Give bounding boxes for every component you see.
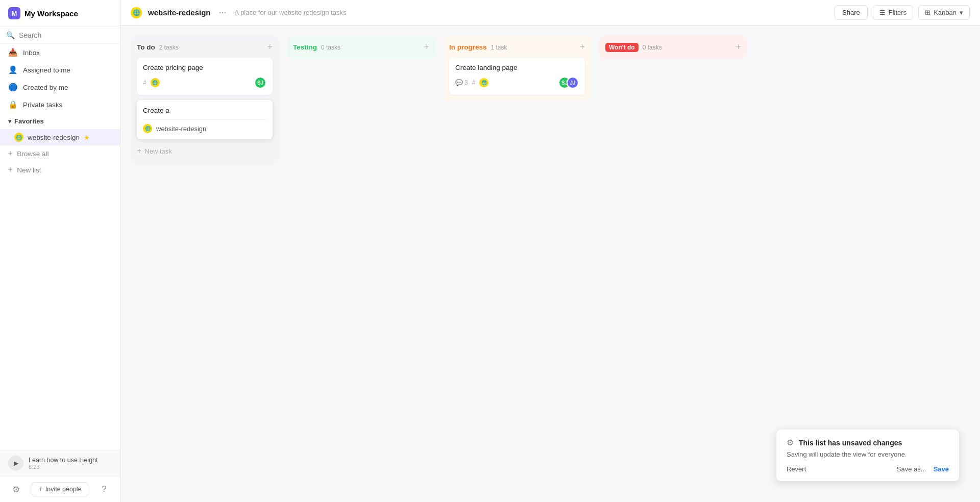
filters-icon: ☰	[879, 9, 886, 16]
search-label: Search	[19, 31, 41, 39]
col-count-inprogress: 1 task	[491, 44, 507, 51]
inbox-icon: 📥	[8, 48, 18, 57]
learn-height-item[interactable]: ▶ Learn how to use Height 6:23	[0, 450, 120, 476]
person-circle-icon: 🔵	[8, 83, 18, 92]
col-title-todo: To do	[137, 43, 155, 51]
share-button[interactable]: Share	[835, 5, 868, 20]
sidebar-item-assigned-label: Assigned to me	[23, 66, 70, 74]
toast-header: ⚙ This list has unsaved changes	[787, 438, 949, 447]
col-count-todo: 2 tasks	[159, 44, 179, 51]
col-badge-wontdo: Won't do	[605, 43, 639, 52]
browse-all-button[interactable]: + Browse all	[0, 145, 120, 162]
new-task-input[interactable]	[143, 107, 266, 114]
col-add-wontdo[interactable]: +	[736, 42, 741, 53]
sidebar-item-created-label: Created by me	[23, 84, 68, 91]
star-icon: ★	[84, 134, 90, 141]
main-content: 🌐 website-redesign ··· A place for our w…	[120, 0, 980, 502]
search-icon: 🔍	[6, 31, 15, 39]
sidebar-item-created[interactable]: 🔵 Created by me	[0, 79, 120, 96]
toast-title: This list has unsaved changes	[799, 439, 902, 447]
lock-icon: 🔒	[8, 100, 18, 109]
person-icon: 👤	[8, 65, 18, 74]
task-title-pricing: Create pricing page	[143, 64, 266, 71]
task-avatars-pricing: SJ	[254, 77, 266, 89]
sidebar-item-inbox-label: Inbox	[23, 49, 40, 57]
workspace-name: My Workspace	[24, 9, 78, 18]
topbar-actions: Share ☰ Filters ⊞ Kanban ▾	[835, 5, 970, 20]
column-inprogress: In progress 1 task + Create landing page…	[443, 36, 591, 101]
chevron-down-icon: ▾	[8, 118, 11, 125]
toast-actions: Revert Save as... Save	[787, 465, 949, 473]
workspace-header[interactable]: M My Workspace	[0, 0, 120, 27]
favorites-section[interactable]: ▾ Favorites	[0, 113, 120, 129]
learn-time: 6:23	[29, 464, 98, 470]
col-add-testing[interactable]: +	[423, 42, 429, 53]
col-header-wontdo: Won't do 0 tasks +	[605, 42, 741, 53]
task-card-landing[interactable]: Create landing page 💬 3 # 🌐 SJ JJ	[449, 58, 585, 95]
toast-save-button[interactable]: Save	[934, 465, 949, 473]
col-add-todo[interactable]: +	[267, 42, 273, 53]
topbar-title: website-redesign	[148, 8, 211, 17]
list-icon: 🌐	[14, 133, 23, 142]
avatar-jj-landing: JJ	[567, 77, 579, 89]
col-title-testing: Testing	[293, 43, 317, 51]
new-task-row[interactable]: + New task	[137, 144, 273, 158]
new-task-icon: +	[137, 146, 141, 156]
col-header-inprogress: In progress 1 task +	[449, 42, 585, 53]
kanban-button[interactable]: ⊞ Kanban ▾	[918, 5, 970, 20]
new-task-label: New task	[144, 147, 172, 155]
avatar-sj: SJ	[254, 77, 266, 89]
sidebar-footer: ⚙ + Invite people ?	[0, 476, 120, 502]
column-wontdo: Won't do 0 tasks +	[599, 36, 747, 59]
favorites-label: Favorites	[14, 117, 44, 125]
col-count-wontdo: 0 tasks	[643, 44, 662, 51]
col-header-testing: Testing 0 tasks +	[293, 42, 429, 53]
sidebar-item-inbox[interactable]: 📥 Inbox	[0, 44, 120, 61]
list-badge-pricing: 🌐	[151, 78, 160, 87]
col-add-inprogress[interactable]: +	[579, 42, 585, 53]
topbar: 🌐 website-redesign ··· A place for our w…	[120, 0, 980, 26]
kanban-icon: ⊞	[925, 9, 930, 16]
sidebar: M My Workspace 🔍 Search 📥 Inbox 👤 Assign…	[0, 0, 120, 502]
search-button[interactable]: 🔍 Search	[0, 27, 120, 44]
list-badge-landing: 🌐	[479, 78, 488, 87]
sidebar-bottom: ▶ Learn how to use Height 6:23 ⚙ + Invit…	[0, 450, 120, 502]
comment-icon: 💬	[455, 79, 463, 86]
task-title-landing: Create landing page	[455, 64, 579, 71]
task-meta-landing: 💬 3 # 🌐 SJ JJ	[455, 77, 579, 89]
play-icon: ▶	[8, 456, 23, 471]
topbar-description: A place for our website redesign tasks	[235, 9, 347, 16]
col-count-testing: 0 tasks	[321, 44, 340, 51]
unsaved-changes-toast: ⚙ This list has unsaved changes Saving w…	[776, 429, 960, 482]
sidebar-item-private[interactable]: 🔒 Private tasks	[0, 96, 120, 113]
filters-button[interactable]: ☰ Filters	[873, 5, 913, 20]
settings-icon[interactable]: ⚙	[8, 482, 23, 497]
kanban-label: Kanban	[934, 9, 957, 16]
toast-description: Saving will update the view for everyone…	[787, 450, 949, 458]
sidebar-item-assigned[interactable]: 👤 Assigned to me	[0, 61, 120, 79]
task-card-pricing[interactable]: Create pricing page # 🌐 SJ	[137, 58, 273, 95]
col-header-todo: To do 2 tasks +	[137, 42, 273, 53]
new-list-button[interactable]: + New list	[0, 162, 120, 178]
learn-text-block: Learn how to use Height 6:23	[29, 457, 98, 470]
fav-item-label: website-redesign	[28, 134, 80, 141]
invite-people-button[interactable]: + Invite people	[32, 482, 88, 496]
task-avatars-landing: SJ JJ	[558, 77, 579, 89]
comment-count-landing: 💬 3	[455, 79, 468, 86]
learn-title: Learn how to use Height	[29, 457, 98, 464]
sidebar-item-private-label: Private tasks	[23, 101, 62, 109]
toast-revert-button[interactable]: Revert	[787, 465, 806, 473]
comment-num: 3	[464, 79, 468, 86]
suggestion-list-icon: 🌐	[143, 124, 152, 133]
new-task-input-card: 🌐 website-redesign	[137, 100, 273, 139]
toast-save-as-button[interactable]: Save as...	[897, 465, 926, 473]
new-list-label: New list	[17, 166, 41, 174]
sidebar-item-website-redesign[interactable]: 🌐 website-redesign ★	[0, 129, 120, 145]
column-testing: Testing 0 tasks +	[287, 36, 435, 59]
dropdown-suggestion-website[interactable]: 🌐 website-redesign	[143, 119, 266, 133]
topbar-dots-button[interactable]: ···	[217, 7, 229, 18]
tag-icon-landing: #	[472, 79, 476, 86]
plus-icon: +	[8, 149, 13, 158]
plus-invite-icon: +	[38, 486, 42, 493]
help-icon[interactable]: ?	[96, 482, 112, 497]
